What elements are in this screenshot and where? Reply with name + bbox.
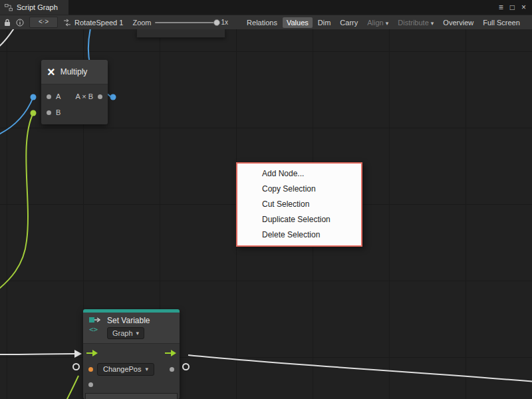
lock-icon[interactable] (4, 19, 11, 27)
chevron-down-icon: ▾ (386, 20, 389, 27)
flow-port-row (83, 346, 180, 361)
input-port-b[interactable] (47, 110, 51, 115)
svg-text:<>: <> (89, 325, 98, 333)
align-dropdown[interactable]: Align ▾ (363, 17, 392, 28)
extra-port-row (83, 377, 180, 392)
set-variable-header[interactable]: <> Set Variable Graph ▾ (83, 313, 180, 344)
code-toggle-button[interactable]: <·> (29, 17, 58, 28)
multiply-icon: × (47, 66, 55, 78)
zoom-value: 1x (221, 19, 229, 26)
graph-name-label: RotateSpeed 1 (74, 19, 123, 27)
multiply-node-title: Multiply (61, 67, 88, 76)
tab-title: Script Graph (17, 3, 58, 11)
flow-input-arrow[interactable] (86, 350, 98, 358)
context-menu: Add Node... Copy Selection Cut Selection… (236, 162, 362, 247)
info-icon[interactable] (16, 19, 24, 27)
chevron-down-icon: ▾ (431, 20, 434, 27)
port-dot-green (31, 110, 37, 116)
menu-item-copy-selection[interactable]: Copy Selection (237, 182, 361, 197)
output-port[interactable] (98, 94, 102, 99)
full-screen-button[interactable]: Full Screen (479, 17, 524, 28)
multiply-node-header[interactable]: × Multiply (41, 60, 108, 84)
port-row-b: B (41, 104, 108, 120)
wire-green-bottom (66, 376, 78, 399)
value-input-port[interactable] (88, 367, 93, 372)
wire-green-left (0, 113, 33, 291)
graph-breadcrumb[interactable]: RotateSpeed 1 (63, 19, 123, 27)
clipped-node[interactable] (136, 29, 225, 38)
wire-white-topleft (0, 29, 16, 49)
menu-item-duplicate-selection[interactable]: Duplicate Selection (237, 212, 361, 227)
multiply-node[interactable]: × Multiply A A × B B (41, 60, 108, 124)
relations-button[interactable]: Relations (243, 17, 281, 28)
graph-toolbar: <·> RotateSpeed 1 Zoom 1x Relations Valu… (0, 15, 532, 29)
overview-button[interactable]: Overview (439, 17, 477, 28)
window-menu-icon[interactable]: ≡ (499, 0, 503, 15)
zoom-label: Zoom (132, 19, 151, 27)
wire-white-into-setvar (0, 354, 74, 354)
multiply-node-body: A A × B B (41, 84, 108, 124)
menu-item-delete-selection[interactable]: Delete Selection (237, 227, 361, 243)
close-icon[interactable]: × (521, 0, 526, 15)
flow-output-arrow[interactable] (165, 350, 176, 358)
toolbar-buttons: Relations Values Dim Carry Align ▾ Distr… (243, 17, 524, 28)
graph-canvas[interactable]: × Multiply A A × B B (0, 29, 532, 399)
extra-input-port[interactable] (88, 382, 93, 387)
zoom-control: Zoom 1x (132, 19, 228, 27)
wire-blue-left (0, 97, 33, 136)
menu-item-cut-selection[interactable]: Cut Selection (237, 197, 361, 212)
script-graph-icon (5, 3, 13, 11)
distribute-dropdown[interactable]: Distribute ▾ (394, 17, 438, 28)
wire-arrowhead (74, 350, 82, 358)
port-b-label: B (56, 108, 61, 116)
dim-button[interactable]: Dim (314, 17, 335, 28)
window-tab-bar: Script Graph ≡ □ × (0, 0, 532, 15)
set-variable-icon: <> (88, 316, 102, 339)
port-dot-blue (110, 94, 116, 100)
carry-button[interactable]: Carry (336, 17, 362, 28)
zoom-slider[interactable] (155, 22, 218, 23)
unconnected-port-ring-right[interactable] (182, 363, 190, 370)
value-output-port[interactable] (170, 367, 174, 372)
set-variable-body: ChangePos ▾ (83, 344, 180, 399)
tab-script-graph[interactable]: Script Graph (0, 0, 68, 15)
window-controls: ≡ □ × (499, 0, 532, 15)
variable-name-dropdown[interactable]: ChangePos ▾ (97, 363, 154, 376)
port-dot-blue (31, 94, 37, 100)
port-a-label: A (56, 92, 61, 100)
graph-asset-icon (63, 19, 71, 27)
chevron-down-icon: ▾ (146, 365, 149, 373)
set-variable-title: Set Variable (107, 316, 150, 325)
chevron-down-icon: ▾ (136, 329, 140, 338)
unconnected-port-ring-left[interactable] (72, 363, 80, 370)
variable-value-row: ChangePos ▾ (83, 361, 180, 377)
maximize-icon[interactable]: □ (510, 0, 515, 15)
variable-scope-dropdown[interactable]: Graph ▾ (107, 327, 144, 339)
port-row-a: A A × B (41, 88, 108, 104)
wire-white-out-setvar (188, 355, 532, 382)
menu-item-add-node[interactable]: Add Node... (237, 166, 361, 182)
set-variable-footer-field[interactable] (85, 393, 178, 399)
values-button[interactable]: Values (283, 17, 313, 28)
zoom-knob[interactable] (213, 19, 220, 26)
output-port-label: A × B (75, 92, 93, 100)
set-variable-node[interactable]: <> Set Variable Graph ▾ (83, 309, 180, 399)
input-port-a[interactable] (47, 94, 51, 99)
